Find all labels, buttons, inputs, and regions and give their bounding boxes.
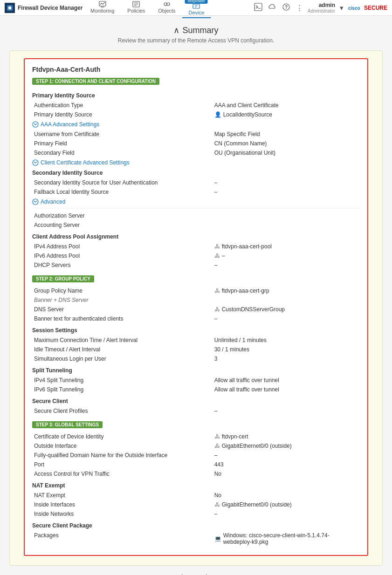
inside-networks-value: –: [213, 509, 360, 519]
primary-identity-label: Primary Identity Source: [32, 110, 213, 119]
ipv6-pool-value: 🖧 –: [213, 251, 360, 260]
table-row: Simultaneous Login per User 3: [32, 354, 360, 363]
nat-exempt-label: NAT Exempt: [32, 491, 213, 500]
bottom-area: ∨ Instructions: [9, 566, 383, 575]
step1-username-table: Username from Certificate Map Specific F…: [32, 130, 360, 157]
group-policy-label: Group Policy Name: [32, 286, 213, 295]
aaa-advanced-link[interactable]: AAA Advanced Settings: [32, 121, 360, 128]
step3-nat-table: NAT Exempt No Inside Interfaces 🖧 Gigabi…: [32, 491, 360, 519]
navbar-right: ? ⋮ admin Administrator ▾ cisco SECURE: [253, 2, 387, 14]
app-logo: Firewall Device Manager: [5, 3, 84, 13]
inside-iface-icon: 🖧: [214, 501, 220, 508]
ipv6-split-label: IPv6 Split Tunneling: [32, 385, 213, 394]
port-value: 443: [213, 460, 360, 469]
table-row: DHCP Servers –: [32, 260, 360, 270]
primary-identity-heading: Primary Identity Source: [32, 92, 360, 99]
table-row: Accounting Server: [32, 220, 360, 230]
ipv4-split-label: IPv4 Split Tunneling: [32, 376, 213, 385]
dns-server-label: DNS Server: [32, 305, 213, 314]
package-icon: 💻: [214, 535, 221, 542]
app-title: Firewall Device Manager: [18, 5, 83, 11]
secure-client-package-heading: Secure Client Package: [32, 522, 360, 529]
svg-point-8: [164, 3, 167, 6]
auth-type-value: AAA and Client Certificate: [213, 101, 360, 110]
nav-monitoring[interactable]: Monitoring: [84, 0, 121, 16]
cloud-button[interactable]: [267, 2, 277, 14]
summary-subtitle: Review the summary of the Remote Access …: [9, 37, 383, 44]
card-container: Ftdvpn-Aaa-Cert-Auth STEP 1: CONNECTION …: [9, 50, 383, 566]
dns-icon: 🖧: [214, 306, 220, 313]
client-address-pool-heading: Client Address Pool Assignment: [32, 233, 360, 240]
cli-button[interactable]: [253, 2, 263, 14]
interface-icon: 🖧: [214, 443, 220, 449]
help-button[interactable]: ?: [281, 2, 291, 14]
port-label: Port: [32, 460, 213, 469]
step2-split-table: IPv4 Split Tunneling Allow all traffic o…: [32, 376, 360, 394]
svg-point-18: [33, 122, 38, 127]
nav-objects[interactable]: Objects: [151, 0, 182, 16]
primary-identity-value: 👤 LocalIdentitySource: [213, 110, 360, 119]
fqdn-value: –: [213, 451, 360, 460]
step3-badge: STEP 3: GLOBAL SETTINGS: [32, 421, 103, 428]
table-row: Authentication Type AAA and Client Certi…: [32, 101, 360, 110]
fqdn-label: Fully-qualified Domain Name for the Outs…: [32, 451, 213, 460]
navbar: Firewall Device Manager Monitoring Polic…: [0, 0, 392, 16]
ipv4-split-value: Allow all traffic over tunnel: [213, 376, 360, 385]
table-row: Secondary Field OU (Organisational Unit): [32, 148, 360, 157]
cert-icon: 🖧: [214, 433, 220, 440]
primary-field-label: Primary Field: [32, 139, 213, 148]
cert-device-label: Certificate of Device Identity: [32, 432, 213, 441]
cert-device-value: 🖧 ftdvpn-cert: [213, 432, 360, 441]
policy-icon: 🖧: [214, 288, 220, 294]
accounting-server-label: Accounting Server: [32, 220, 213, 230]
access-control-label: Access Control for VPN Traffic: [32, 469, 213, 479]
primary-field-value: CN (Common Name): [213, 139, 360, 148]
table-row: IPv6 Address Pool 🖧 –: [32, 251, 360, 260]
table-row: IPv4 Address Pool 🖧 ftdvpn-aaa-cert-pool: [32, 242, 360, 251]
step1-secondary-table: Secondary Identity Source for User Authe…: [32, 178, 360, 197]
dhcp-servers-label: DHCP Servers: [32, 260, 213, 270]
table-row: Idle Timeout / Alert Interval 30 / 1 min…: [32, 345, 360, 354]
table-row: Maximum Connection Time / Alert Interval…: [32, 335, 360, 345]
logo-icon: [5, 3, 15, 13]
table-row: Outside Interface 🖧 GigabitEthernet0/0 (…: [32, 441, 360, 451]
step3-packages-table: Packages 💻 Windows: cisco-secure-client-…: [32, 531, 360, 547]
table-row: Banner text for authenticated clients –: [32, 314, 360, 323]
svg-point-9: [167, 3, 170, 6]
svg-text:?: ?: [285, 5, 288, 10]
table-row: Secure Client Profiles –: [32, 406, 360, 416]
pool-icon: 🖧: [214, 243, 220, 250]
ipv4-pool-value: 🖧 ftdvpn-aaa-cert-pool: [213, 242, 360, 251]
ipv6-split-value: Allow all traffic over tunnel: [213, 385, 360, 394]
inside-interfaces-label: Inside Interfaces: [32, 500, 213, 509]
step1-pool-table: IPv4 Address Pool 🖧 ftdvpn-aaa-cert-pool…: [32, 242, 360, 270]
nav-device[interactable]: firepower Device: [182, 0, 211, 18]
split-tunneling-heading: Split Tunneling: [32, 367, 360, 374]
session-settings-heading: Session Settings: [32, 327, 360, 334]
table-row: Secondary Identity Source for User Authe…: [32, 178, 360, 187]
table-row: DNS Server 🖧 CustomDNSServerGroup: [32, 305, 360, 314]
username-cert-value: Map Specific Field: [213, 130, 360, 139]
nat-exempt-value: No: [213, 491, 360, 500]
nav-policies[interactable]: Policies: [121, 0, 151, 16]
user-dropdown-button[interactable]: ▾: [339, 3, 344, 13]
ipv6-pool-label: IPv6 Address Pool: [32, 251, 213, 260]
idle-timeout-value: 30 / 1 minutes: [213, 345, 360, 354]
outside-interface-value: 🖧 GigabitEthernet0/0 (outside): [213, 441, 360, 451]
svg-text:cisco: cisco: [348, 6, 360, 11]
advanced-link[interactable]: Advanced: [32, 199, 360, 205]
svg-point-20: [33, 199, 38, 205]
client-cert-link[interactable]: Client Certificate Advanced Settings: [32, 159, 360, 166]
banner-text-value: –: [213, 314, 360, 323]
table-row: Authorization Server: [32, 211, 360, 220]
secondary-auth-value: –: [213, 178, 360, 187]
simultaneous-label: Simultaneous Login per User: [32, 354, 213, 363]
max-connection-value: Unlimited / 1 minutes: [213, 335, 360, 345]
secondary-field-label: Secondary Field: [32, 148, 213, 157]
fallback-value: –: [213, 187, 360, 197]
packages-label: Packages: [32, 531, 213, 547]
more-button[interactable]: ⋮: [295, 3, 304, 13]
auth-type-label: Authentication Type: [32, 101, 213, 110]
step2-table: Group Policy Name 🖧 ftdvpn-aaa-cert-grp …: [32, 286, 360, 323]
dhcp-servers-value: –: [213, 260, 360, 270]
